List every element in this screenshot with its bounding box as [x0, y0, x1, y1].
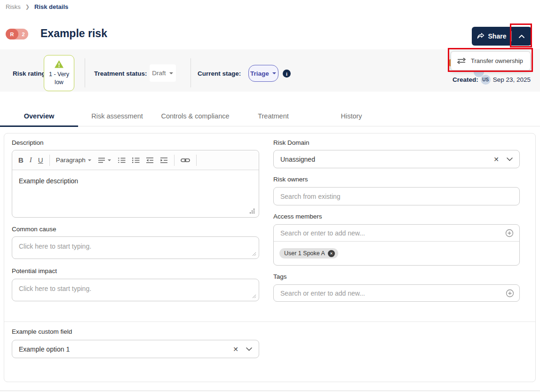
share-button[interactable]: Share [472, 27, 511, 46]
risk-owners-label: Risk owners [273, 176, 520, 183]
clear-icon[interactable]: ✕ [233, 345, 238, 353]
tab-bar: Overview Risk assessment Controls & comp… [0, 106, 540, 126]
risk-domain-value: Unassigned [280, 156, 493, 163]
tab-controls-compliance[interactable]: Controls & compliance [156, 106, 234, 126]
current-stage-dropdown[interactable]: Triage [248, 65, 278, 82]
custom-field-select[interactable]: Example option 1 ✕ [12, 340, 259, 358]
share-menu-toggle[interactable] [512, 27, 532, 46]
risk-domain-label: Risk Domain [273, 139, 520, 146]
access-members-label: Access members [273, 213, 520, 220]
current-stage-value: Triage [250, 70, 269, 77]
created-row: Created: US Sep 23, 2025 [453, 75, 531, 85]
risk-details-page: Risks ❯ Risk details R 2 Example risk Sh… [0, 0, 540, 392]
bold-button[interactable]: B [18, 156, 24, 164]
potential-impact-textarea[interactable] [12, 279, 259, 301]
risk-id-badge: R 2 [6, 29, 28, 39]
tab-treatment[interactable]: Treatment [234, 106, 312, 126]
access-members-box: User 1 Spoke A ✕ [273, 224, 520, 266]
risk-rating-box: 1 - Very low [44, 55, 74, 91]
section-divider [4, 321, 535, 322]
tab-overview[interactable]: Overview [0, 106, 78, 126]
chevron-down-icon [507, 157, 513, 161]
add-circle-icon[interactable] [506, 289, 514, 298]
warning-triangle-icon [54, 60, 64, 69]
resize-grip-icon[interactable] [252, 294, 256, 298]
info-icon[interactable]: i [283, 70, 291, 78]
toolbar-divider [196, 155, 197, 166]
description-editor: B I U Paragraph [12, 150, 259, 218]
risk-badge-prefix: R [6, 29, 18, 39]
chevron-down-icon [169, 72, 174, 75]
risk-owners-input[interactable] [273, 187, 520, 205]
tab-history[interactable]: History [312, 106, 390, 126]
risk-domain-select[interactable]: Unassigned ✕ [273, 150, 520, 168]
overview-panel: Description B I U Paragraph [4, 133, 536, 382]
common-cause-field-wrap [12, 236, 259, 259]
created-date: Sep 23, 2025 [493, 76, 531, 83]
page-bottom-divider [0, 391, 540, 391]
align-dropdown[interactable] [98, 157, 111, 164]
chevron-down-icon [272, 72, 277, 75]
access-members-chip-list: User 1 Spoke A ✕ [274, 242, 519, 265]
description-label: Description [12, 139, 259, 146]
risk-rating-value: 1 - Very low [44, 71, 74, 86]
tags-input[interactable] [273, 284, 520, 302]
add-circle-icon[interactable] [505, 229, 514, 237]
meta-divider [85, 58, 85, 87]
chevron-up-icon [518, 34, 525, 39]
access-members-search-row [274, 225, 519, 242]
potential-impact-label: Potential impact [12, 267, 259, 274]
remove-member-icon[interactable]: ✕ [328, 250, 335, 257]
toolbar-divider [174, 155, 175, 166]
clear-icon[interactable]: ✕ [493, 156, 499, 163]
description-editor-body[interactable]: Example description [12, 170, 259, 217]
outdent-button[interactable] [146, 157, 154, 164]
page-title: Example risk [40, 27, 107, 40]
access-members-input[interactable] [274, 225, 519, 241]
breadcrumb-risk-details: Risk details [34, 3, 68, 10]
transfer-ownership-label: Transfer ownership [471, 57, 523, 64]
toolbar-divider [49, 155, 50, 166]
share-icon [477, 33, 484, 39]
transfer-ownership-menu-item[interactable]: Transfer ownership [451, 51, 531, 71]
custom-field-label: Example custom field [12, 328, 259, 335]
tags-label: Tags [273, 273, 520, 280]
meta-divider [191, 58, 191, 87]
custom-field-value: Example option 1 [19, 345, 233, 353]
created-label: Created: [453, 76, 478, 83]
treatment-status-value: Draft [152, 70, 166, 77]
bullet-list-button[interactable] [132, 157, 140, 164]
share-button-label: Share [488, 32, 507, 40]
chevron-down-icon [246, 347, 252, 351]
risk-rating-label: Risk rating: [13, 70, 48, 77]
treatment-status-dropdown[interactable]: Draft [150, 64, 176, 82]
chevron-right-icon: ❯ [25, 4, 30, 10]
tags-field-wrap [273, 284, 520, 302]
avatar: US [481, 75, 491, 85]
common-cause-label: Common cause [12, 226, 259, 233]
transfer-ownership-icon [457, 57, 466, 64]
paragraph-style-dropdown[interactable]: Paragraph [56, 157, 92, 164]
description-text: Example description [19, 177, 78, 185]
indent-button[interactable] [160, 157, 168, 164]
tab-risk-assessment[interactable]: Risk assessment [78, 106, 156, 126]
link-button[interactable] [181, 157, 190, 163]
potential-impact-field-wrap [12, 279, 259, 301]
breadcrumb-risks[interactable]: Risks [6, 3, 21, 10]
editor-toolbar: B I U Paragraph [12, 150, 259, 170]
italic-button[interactable]: I [30, 156, 32, 164]
resize-grip-icon[interactable] [254, 212, 254, 213]
share-split-button: Share [472, 27, 532, 46]
resize-grip-icon[interactable] [252, 252, 256, 256]
risk-badge-count: 2 [18, 31, 28, 37]
member-chip: User 1 Spoke A ✕ [279, 248, 338, 259]
numbered-list-button[interactable] [118, 157, 126, 164]
member-chip-label: User 1 Spoke A [284, 250, 325, 257]
treatment-status-label: Treatment status: [94, 70, 147, 77]
underline-button[interactable]: U [38, 156, 43, 164]
current-stage-label: Current stage: [198, 70, 241, 77]
breadcrumb: Risks ❯ Risk details [6, 3, 68, 10]
common-cause-textarea[interactable] [12, 236, 259, 259]
